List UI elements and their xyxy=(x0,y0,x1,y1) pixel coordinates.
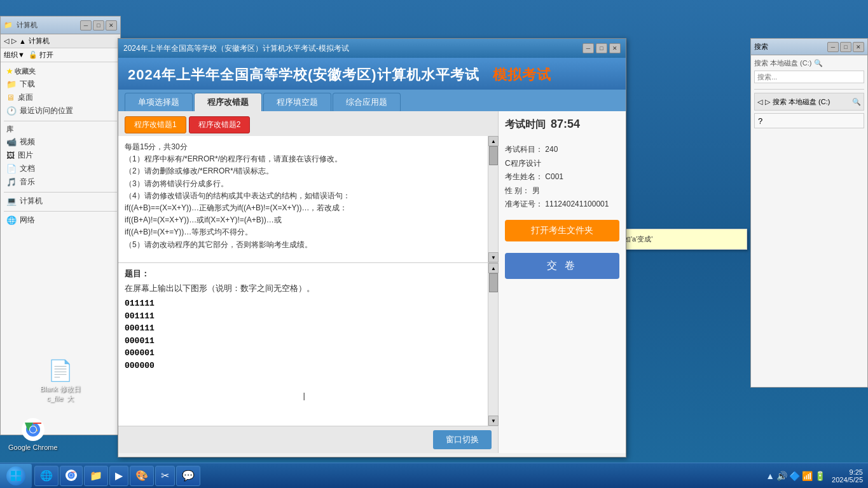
search-maximize[interactable]: □ xyxy=(840,42,851,52)
rule-4c: if((A+B)!=(X+=Y))…等形式均不得分。 xyxy=(125,226,481,238)
sidebar-item-download[interactable]: 📁 下载 xyxy=(4,78,117,91)
favorites-star-icon: ★ xyxy=(6,67,13,76)
sub-tab-1[interactable]: 程序改错题1 xyxy=(125,116,186,133)
q-scroll-up-arrow[interactable]: ▲ xyxy=(488,263,499,273)
explorer-minimize[interactable]: ─ xyxy=(80,20,92,30)
tab-fill-blank[interactable]: 程序填空题 xyxy=(263,93,331,111)
timer-value: 87:54 xyxy=(551,118,580,131)
taskbar-media-icon[interactable]: ▶ xyxy=(109,466,128,486)
search-address: 搜索 本地磁盘 (C:) xyxy=(773,97,850,107)
subject-code-label: 考试科目： xyxy=(505,145,543,154)
instructions-scrollbar[interactable]: ▲ ▼ xyxy=(488,136,498,262)
google-chrome-icon[interactable]: Google Chrome xyxy=(6,415,60,453)
sidebar-item-docs[interactable]: 📄 文档 xyxy=(4,162,117,175)
up-icon[interactable]: ▲ xyxy=(19,37,26,45)
scroll-down-arrow[interactable]: ▼ xyxy=(488,252,499,262)
pattern-row-2: 001111 xyxy=(125,310,481,323)
switch-window-btn[interactable]: 窗口切换 xyxy=(433,430,492,449)
close-btn[interactable]: ✕ xyxy=(609,43,621,53)
right-panel: 考试时间 87:54 考试科目： 240 C程序设计 考生姓名： C001 性 … xyxy=(499,111,626,453)
pattern-row-3: 000111 xyxy=(125,322,481,335)
svg-point-3 xyxy=(30,426,36,433)
sidebar-item-pictures[interactable]: 🖼 图片 xyxy=(4,149,117,162)
main-exam-window: 2024年上半年全国高等学校（安徽考区）计算机水平考试-模拟考试 ─ □ ✕ 2… xyxy=(118,38,626,458)
subject-name-line: C程序设计 xyxy=(505,157,619,171)
name-value: C001 xyxy=(545,172,563,181)
start-button[interactable] xyxy=(0,464,32,488)
organize-btn[interactable]: 组织▼ xyxy=(4,50,25,60)
tabs-bar: 单项选择题 程序改错题 程序填空题 综合应用题 xyxy=(118,90,626,111)
taskbar-ie-icon[interactable]: 🌐 xyxy=(34,466,59,486)
tab-single-choice[interactable]: 单项选择题 xyxy=(125,93,193,111)
scroll-thumb[interactable] xyxy=(489,146,498,165)
chrome-icon xyxy=(20,417,46,442)
tray-wifi-icon[interactable]: 📶 xyxy=(802,471,813,481)
q-scroll-thumb[interactable] xyxy=(489,273,498,292)
minimize-btn[interactable]: ─ xyxy=(582,43,594,53)
name-label: 考生姓名： xyxy=(505,172,543,181)
scroll-track[interactable] xyxy=(488,146,498,252)
search-close[interactable]: ✕ xyxy=(853,42,864,52)
back-icon[interactable]: ◁ xyxy=(4,37,9,45)
sidebar-item-recent[interactable]: 🕐 最近访问的位置 xyxy=(4,104,117,118)
sidebar-item-computer[interactable]: 💻 计算机 xyxy=(4,194,117,208)
forward-icon[interactable]: ▷ xyxy=(11,37,17,45)
taskbar-paint-icon[interactable]: 🎨 xyxy=(130,466,154,486)
exam-title-text: 2024年上半年全国高等学校(安徽考区)计算机水平考试 xyxy=(128,67,479,83)
explorer-close[interactable]: ✕ xyxy=(106,20,117,30)
explorer-maximize[interactable]: □ xyxy=(93,20,104,30)
open-btn[interactable]: 🔓 打开 xyxy=(29,50,53,60)
student-name-line: 考生姓名： C001 xyxy=(505,170,619,184)
pattern-row-6: 000000 xyxy=(125,360,481,372)
sidebar-item-music[interactable]: 🎵 音乐 xyxy=(4,175,117,189)
timer-label: 考试时间 xyxy=(505,118,546,132)
question-section: 题目： 在屏幕上输出以下图形（说明：数字之间无空格）。 011111 00111… xyxy=(118,263,498,426)
exam-highlight: 模拟考试 xyxy=(493,67,551,83)
tray-battery-icon[interactable]: 🔋 xyxy=(815,471,825,481)
question-scrollbar[interactable]: ▲ ▼ xyxy=(488,263,498,426)
main-titlebar: 2024年上半年全国高等学校（安徽考区）计算机水平考试-模拟考试 ─ □ ✕ xyxy=(118,39,626,58)
q-scroll-down-arrow[interactable]: ▼ xyxy=(488,416,499,426)
code-pattern: 011111 001111 000111 000011 000001 00000… xyxy=(125,297,481,372)
taskbar-chat-icon[interactable]: 💬 xyxy=(176,466,200,486)
search-box-label: 搜索 本地磁盘 (C:) xyxy=(754,58,811,68)
library-header: 库 xyxy=(6,125,13,134)
window-title: 2024年上半年全国高等学校（安徽考区）计算机水平考试-模拟考试 xyxy=(123,43,349,54)
sidebar-item-desktop[interactable]: 🖥 桌面 xyxy=(4,91,117,104)
desktop-file-icon[interactable]: 📄 Blank 修改日 c_file 大 xyxy=(38,356,83,405)
submit-btn[interactable]: 交 卷 xyxy=(505,253,619,279)
tab-comprehensive[interactable]: 综合应用题 xyxy=(333,93,401,111)
nav-forward-icon[interactable]: ▷ xyxy=(765,98,770,106)
left-panel: 程序改错题1 程序改错题2 每题15分，共30分 （1）程序中标有/*ERROR… xyxy=(118,111,499,453)
search-input[interactable] xyxy=(757,73,861,81)
pattern-row-5: 000001 xyxy=(125,347,481,360)
taskbar-chrome-icon[interactable] xyxy=(60,466,83,486)
tray-speaker-icon[interactable]: 🔊 xyxy=(776,471,787,481)
sidebar-item-network[interactable]: 🌐 网络 xyxy=(4,214,117,227)
tab-program-fix[interactable]: 程序改错题 xyxy=(194,93,262,111)
exam-header: 2024年上半年全国高等学校(安徽考区)计算机水平考试 模拟考试 xyxy=(118,58,626,90)
svg-rect-6 xyxy=(11,477,15,481)
maximize-btn[interactable]: □ xyxy=(596,43,607,53)
search-help-icon[interactable]: ? xyxy=(755,116,766,126)
clock-date: 2024/5/25 xyxy=(832,476,863,484)
nav-back-icon[interactable]: ◁ xyxy=(757,98,762,106)
tray-bluetooth-icon[interactable]: 🔷 xyxy=(789,471,800,481)
scroll-up-arrow[interactable]: ▲ xyxy=(488,136,499,146)
tray-arrow-icon[interactable]: ▲ xyxy=(766,471,775,481)
search-go-icon[interactable]: 🔍 xyxy=(852,98,861,106)
instructions-content: 每题15分，共30分 （1）程序中标有/*ERROR*/的程序行有错，请直接在该… xyxy=(118,136,488,262)
open-folder-btn[interactable]: 打开考生文件夹 xyxy=(505,220,619,241)
rule-1: （1）程序中标有/*ERROR*/的程序行有错，请直接在该行修改。 xyxy=(125,153,481,165)
taskbar-snip-icon[interactable]: ✂ xyxy=(155,466,175,486)
sub-tab-2[interactable]: 程序改错题2 xyxy=(189,116,251,133)
q-scroll-track[interactable] xyxy=(488,273,498,416)
search-minimize[interactable]: ─ xyxy=(827,42,839,52)
svg-point-11 xyxy=(70,473,73,477)
sidebar-item-video[interactable]: 📹 视频 xyxy=(4,135,117,149)
search-icon[interactable]: 🔍 xyxy=(814,59,823,67)
text-cursor: | xyxy=(303,391,305,400)
taskbar-explorer-icon[interactable]: 📁 xyxy=(84,466,108,486)
question-title: 题目： xyxy=(125,268,481,280)
content-area: 程序改错题1 程序改错题2 每题15分，共30分 （1）程序中标有/*ERROR… xyxy=(118,111,626,453)
